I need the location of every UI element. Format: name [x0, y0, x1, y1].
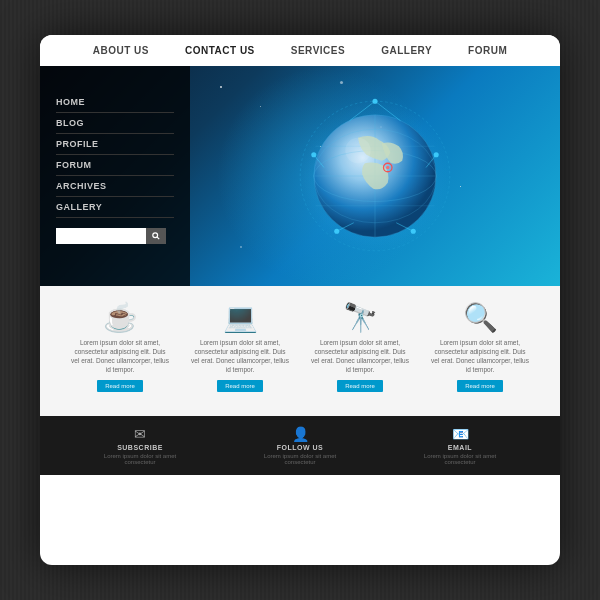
footer-col-text: Lorem ipsum dolor sit amet consectetur [255, 453, 345, 465]
subscribe-icon: ✉ [134, 426, 146, 442]
search-button[interactable] [146, 228, 166, 244]
search-icon: 🔍 [463, 304, 498, 332]
nav-item-services[interactable]: SERVICES [291, 45, 345, 56]
feature-text: Lorem ipsum dolor sit amet, consectetur … [190, 338, 290, 374]
sidebar-item-home[interactable]: HOME [56, 92, 174, 113]
nav-item-about-us[interactable]: ABOUT US [93, 45, 149, 56]
footer-col-text: Lorem ipsum dolor sit amet consectetur [95, 453, 185, 465]
laptop-icon: 💻 [223, 304, 258, 332]
nav-item-forum[interactable]: FORUM [468, 45, 507, 56]
sidebar-search [56, 228, 174, 244]
footer-section: ✉SUBSCRIBELorem ipsum dolor sit amet con… [40, 416, 560, 475]
footer-col: ✉SUBSCRIBELorem ipsum dolor sit amet con… [95, 426, 185, 465]
coffee-icon: ☕ [103, 304, 138, 332]
sidebar-item-archives[interactable]: ARCHIVES [56, 176, 174, 197]
read-more-button[interactable]: Read more [457, 380, 503, 392]
svg-line-1 [157, 237, 159, 239]
sidebar-item-forum[interactable]: FORUM [56, 155, 174, 176]
feature-item: 💻Lorem ipsum dolor sit amet, consectetur… [190, 304, 290, 392]
feature-text: Lorem ipsum dolor sit amet, consectetur … [310, 338, 410, 374]
sidebar-item-profile[interactable]: PROFILE [56, 134, 174, 155]
footer-col: 👤FOLLOW USLorem ipsum dolor sit amet con… [255, 426, 345, 465]
search-input[interactable] [56, 228, 146, 244]
footer-col: 📧EMAILLorem ipsum dolor sit amet consect… [415, 426, 505, 465]
features-section: ☕Lorem ipsum dolor sit amet, consectetur… [40, 286, 560, 416]
website-frame: ABOUT USCONTACT USSERVICESGALLERYFORUM H… [40, 35, 560, 565]
binoculars-icon: 🔭 [343, 304, 378, 332]
read-more-button[interactable]: Read more [337, 380, 383, 392]
hero-section: HOMEBLOGPROFILEFORUMARCHIVESGALLERY [40, 66, 560, 286]
feature-text: Lorem ipsum dolor sit amet, consectetur … [430, 338, 530, 374]
feature-item: ☕Lorem ipsum dolor sit amet, consectetur… [70, 304, 170, 392]
footer-col-text: Lorem ipsum dolor sit amet consectetur [415, 453, 505, 465]
globe-area [190, 66, 560, 286]
read-more-button[interactable]: Read more [217, 380, 263, 392]
footer-col-title: EMAIL [448, 444, 472, 451]
nav-item-gallery[interactable]: GALLERY [381, 45, 432, 56]
svg-point-0 [153, 233, 158, 238]
svg-point-24 [345, 138, 371, 164]
nav-bar: ABOUT USCONTACT USSERVICESGALLERYFORUM [40, 35, 560, 66]
nav-item-contact-us[interactable]: CONTACT US [185, 45, 255, 56]
footer-col-title: FOLLOW US [277, 444, 324, 451]
svg-point-21 [411, 229, 416, 234]
svg-point-23 [386, 166, 389, 169]
svg-point-18 [311, 152, 316, 157]
svg-point-19 [434, 152, 439, 157]
feature-text: Lorem ipsum dolor sit amet, consectetur … [70, 338, 170, 374]
sidebar-item-gallery[interactable]: GALLERY [56, 197, 174, 218]
follow-icon: 👤 [292, 426, 309, 442]
footer-col-title: SUBSCRIBE [117, 444, 163, 451]
sidebar: HOMEBLOGPROFILEFORUMARCHIVESGALLERY [40, 66, 190, 286]
svg-point-20 [334, 229, 339, 234]
email-icon: 📧 [452, 426, 469, 442]
sidebar-item-blog[interactable]: BLOG [56, 113, 174, 134]
feature-item: 🔍Lorem ipsum dolor sit amet, consectetur… [430, 304, 530, 392]
read-more-button[interactable]: Read more [97, 380, 143, 392]
feature-item: 🔭Lorem ipsum dolor sit amet, consectetur… [310, 304, 410, 392]
globe-svg [290, 91, 460, 261]
svg-point-17 [372, 99, 377, 104]
